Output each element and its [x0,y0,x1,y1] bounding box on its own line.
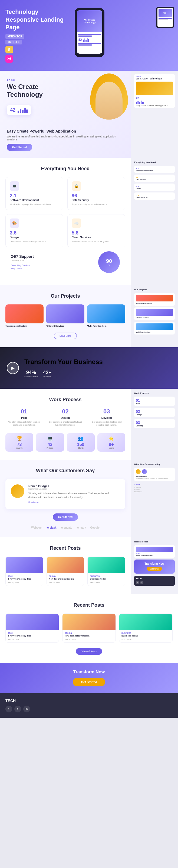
service-icon-1: 💻 [10,181,19,191]
mini-service-4: 5.6 Cloud Services [134,192,175,200]
step-num-2: 02 [47,408,84,415]
footer-cta: Transform Now Get Started [0,663,178,693]
post-meta-4: Jan 15, 2024 [8,639,57,640]
posts-row-1: Recent Posts Tech 5 Key Technology Tips … [0,537,178,594]
social-linkedin[interactable]: in [23,706,30,712]
support-info: 24/7 Support Delivery Team Consulting Se… [11,254,34,270]
play-button[interactable]: ▶ [7,362,19,374]
transform-label-2: Projects [43,375,51,378]
process-row: Work Process 01 Plan We start with a sol… [0,389,178,460]
projects-title: Our Projects [5,293,125,299]
mockup-content: 42 [77,32,102,48]
social-twitter[interactable]: t [14,706,21,712]
support-link-2[interactable]: Help Center [11,267,34,270]
post-card-2[interactable]: Design New Technology Design Jan 10, 202… [46,557,84,586]
service-title-1: Software Development [10,199,59,202]
circular-stat-unit: % [108,264,110,266]
service-percent-1: 2.1 [10,193,59,199]
service-card-1: 💻 2.1 Software Development We develop hi… [5,177,63,210]
footer: TECH f t in [0,693,178,718]
support-title: 24/7 Support [11,254,34,258]
customers-cta-button[interactable]: Get Started [53,514,78,521]
post-title-4: 5 Key Technology Tips [8,634,57,637]
tablet-hero-text: TECH [164,12,167,14]
hero-subtitle: Easy Create Powerful Web Application [7,129,124,134]
customers-section: What Our Customers Say Renee Bridges Mar… [0,460,131,537]
metric-card-4: ⭐ 9+ Years [97,433,125,452]
mockup-stat: 42 [78,38,82,42]
posts-section-full: Recent Posts Tech 5 Key Technology Tips … [0,594,178,663]
projects-section-left: Our Projects Management System Efficient… [0,285,131,347]
posts-grid: Tech 5 Key Technology Tips Jan 15, 2024 … [5,557,125,586]
posts-load-more-button[interactable]: View All Posts [76,648,102,655]
intro-text: Technology Responsive Landing Page +DESK… [5,8,71,63]
mini-avatar-1 [136,469,141,474]
mini-project-1: Management System [134,293,175,306]
project-img-3 [87,304,125,323]
intro-banner: Technology Responsive Landing Page +DESK… [0,0,178,71]
mini-step-1: 01 Plan [134,397,175,406]
service-desc-2: Top-tier security for your data assets. [72,203,121,206]
mini-step-3: 03 Develop [134,419,175,428]
chart-bar-2 [20,109,22,113]
customer-text: Working with this team has been an absol… [28,492,120,499]
post-card-5[interactable]: Design New Technology Design Jan 10, 202… [62,614,116,643]
post-meta-5: Jan 10, 2024 [65,639,113,640]
mini-transform-button[interactable]: Get Started [147,567,162,571]
footer-brand: TECH [5,699,173,703]
post-title-3: Business Today [90,578,123,580]
process-step-1: 01 Plan We start with a solid plan to al… [5,408,43,426]
transform-num-2: 42+ [43,370,51,375]
mini-social-tw: t [140,581,143,584]
mockup-bar-1 [78,34,101,35]
stat-card: 42 [7,105,31,115]
post-card-1[interactable]: Tech 5 Key Technology Tips Jan 15, 2024 [5,557,43,586]
support-link-1[interactable]: Consulting Services [11,264,34,267]
footer-social: f t in [5,706,173,712]
mini-bar [139,102,140,104]
process-mobile-preview: Work Process 01 Plan 02 Design 03 Develo… [131,389,178,460]
transform-stat-1: 94% Success Rate [24,370,38,378]
mini-bar [137,101,139,104]
footer-cta-button[interactable]: Get Started [73,678,105,686]
posts-title-2: Recent Posts [5,602,173,608]
projects-row: Our Projects Management System Efficient… [0,285,178,347]
chart-bar [84,38,85,42]
posts-mobile-preview: Recent Posts TECH 5 Key Technology Tips … [131,537,178,594]
post-meta-1: Jan 15, 2024 [8,582,41,584]
phone-mockup-main: We CreateTechnology 42 [75,8,104,57]
mini-customers-title: What Our Customers Say [134,463,175,465]
metric-card-3: 👥 150 Clients [67,433,95,452]
mini-social-fb: f [136,581,139,584]
metric-num-4: 9+ [101,442,121,447]
hero-cta-button[interactable]: Get Started [7,144,32,151]
post-card-6[interactable]: Business Business Today Jan 5, 2024 [119,614,173,643]
post-card-3[interactable]: Business Business Today Jan 5, 2024 [87,557,125,586]
service-icon-2: 🔒 [72,181,81,191]
metric-card-2: 💻 42 Projects [36,433,64,452]
mini-stat: 42 [136,96,173,100]
chart-bar-5 [26,110,28,113]
mini-transform-section: Transform Now Get Started [134,559,175,574]
metric-num-3: 150 [71,442,91,447]
post-img-1 [6,557,43,573]
clients-icon: 👥 [71,436,91,441]
service-percent-3: 3.6 [10,230,59,236]
post-card-4[interactable]: Tech 5 Key Technology Tips Jan 15, 2024 [5,614,59,643]
load-more-button[interactable]: Load More [54,333,77,339]
post-img-5 [63,614,115,630]
service-desc-3: Creative and modern design solutions. [10,240,59,243]
social-facebook[interactable]: f [5,706,12,712]
post-title-5: New Technology Design [65,634,113,637]
project-title-1: Management System [5,325,43,327]
services-row: Everything You Need 💻 2.1 Software Devel… [0,158,178,285]
projects-section: Our Projects Management System Efficient… [0,285,131,347]
brand-google: Google [90,526,99,529]
intro-badges: +DESKTOP +MOBILE [5,34,71,44]
mini-avatar-2 [142,469,147,474]
process-step-3: 03 Develop Our engineers build robust an… [88,408,125,426]
support-section: 24/7 Support Delivery Team Consulting Se… [5,247,125,277]
read-more-link[interactable]: Read more [28,501,39,503]
metric-label-2: Projects [40,447,60,449]
service-title-2: Data Security [72,199,121,202]
